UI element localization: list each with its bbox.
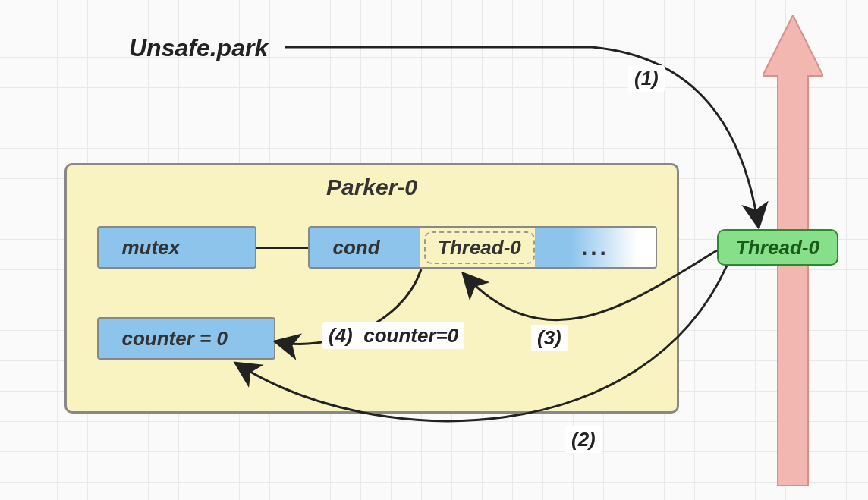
parker-container: Parker-0 _mutex _cond Thread-0 ... _coun… xyxy=(64,163,679,414)
cond-label: _cond xyxy=(310,228,420,267)
step-1-label: (1) xyxy=(628,65,665,92)
mutex-cond-connector xyxy=(256,247,308,249)
unsafe-park-label: Unsafe.park xyxy=(129,34,268,62)
step-4-label: (4)_counter=0 xyxy=(322,322,464,349)
counter-box: _counter = 0 xyxy=(97,317,275,360)
cond-thread-slot: Thread-0 xyxy=(424,231,535,264)
diagram-canvas: Unsafe.park Parker-0 _mutex _cond Thread… xyxy=(0,0,868,500)
mutex-box: _mutex xyxy=(97,226,256,269)
step-2-label: (2) xyxy=(565,426,602,453)
cond-box: _cond Thread-0 ... xyxy=(308,226,657,269)
step-3-label: (3) xyxy=(531,325,568,351)
cond-more: ... xyxy=(535,228,656,267)
thread-green-box: Thread-0 xyxy=(717,229,838,266)
parker-title: Parker-0 xyxy=(326,175,417,200)
